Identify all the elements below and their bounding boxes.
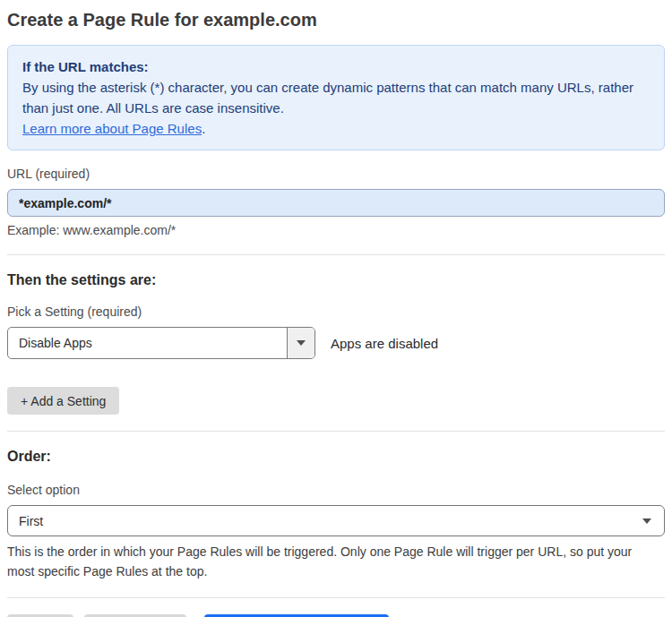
info-box-heading: If the URL matches: [22, 56, 650, 77]
add-setting-button[interactable]: + Add a Setting [7, 387, 119, 415]
setting-select-value: Disable Apps [8, 328, 287, 358]
settings-section-heading: Then the settings are: [7, 271, 665, 288]
url-input[interactable] [7, 189, 665, 217]
link-suffix-period: . [202, 121, 205, 136]
chevron-down-icon [297, 340, 306, 346]
setting-description: Apps are disabled [331, 336, 438, 351]
url-field-label: URL (required) [7, 167, 665, 182]
url-match-info-box: If the URL matches: By using the asteris… [7, 45, 665, 150]
info-box-link-line: Learn more about Page Rules. [22, 118, 650, 139]
setting-row: Disable Apps Apps are disabled [7, 327, 665, 359]
order-select-label: Select option [7, 483, 665, 498]
page-title: Create a Page Rule for example.com [7, 9, 665, 30]
order-help-text: This is the order in which your Page Rul… [7, 542, 652, 581]
chevron-down-icon [642, 518, 651, 524]
order-select-value: First [19, 514, 43, 528]
setting-select[interactable]: Disable Apps [7, 327, 315, 359]
learn-more-link[interactable]: Learn more about Page Rules [22, 121, 202, 136]
url-example-text: Example: www.example.com/* [7, 223, 665, 238]
setting-select-arrow-button[interactable] [287, 328, 314, 358]
order-select[interactable]: First [7, 505, 665, 536]
page-rule-form: Create a Page Rule for example.com If th… [0, 0, 672, 617]
section-divider [7, 597, 665, 598]
setting-picker-label: Pick a Setting (required) [7, 304, 665, 320]
order-section-heading: Order: [7, 448, 665, 465]
info-box-body: By using the asterisk (*) character, you… [22, 77, 650, 118]
section-divider [7, 254, 665, 255]
section-divider [7, 431, 665, 432]
